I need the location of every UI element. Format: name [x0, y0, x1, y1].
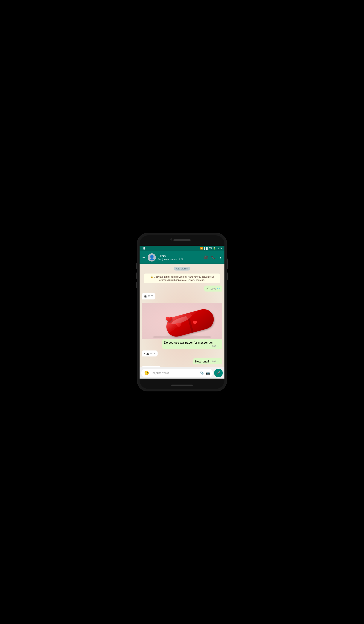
notification-icon: 🖼	[143, 247, 145, 250]
input-placeholder: Введите текст	[151, 371, 198, 374]
back-button[interactable]: ←	[142, 255, 146, 260]
time-display: 19:09	[216, 247, 222, 250]
message-bubble: 5days 19:06	[142, 366, 160, 367]
message-text: Yes	[144, 352, 149, 355]
message-bubble: Hi 19:05 ✓✓	[204, 286, 222, 291]
message-meta: 19:06	[150, 352, 156, 355]
encryption-notice: 🔒 Сообщения и звонки в данном чате тепер…	[144, 274, 220, 284]
contact-name: Grish	[157, 254, 202, 258]
message-bubble: How long? 19:06 ✓✓	[193, 358, 222, 364]
status-bar-left: 🖼	[142, 247, 200, 250]
voice-call-button[interactable]: 📞	[211, 255, 215, 259]
voice-message-button[interactable]: 🎤	[214, 369, 223, 377]
svg-point-4	[152, 335, 212, 338]
avatar-icon: 👤	[149, 255, 155, 260]
battery-level: 8%	[209, 247, 212, 250]
contact-status: был(-а) сегодня в 19:07	[157, 258, 202, 261]
emoji-button[interactable]: 🙂	[144, 371, 149, 375]
read-receipt: ✓✓	[216, 360, 220, 363]
more-options-button[interactable]: ⋮	[218, 255, 222, 260]
phone-home-indicator	[171, 385, 193, 386]
message-row: Hi 19:05 ✓✓	[142, 286, 222, 291]
message-text: Do you use wallpaper for messenger	[164, 341, 213, 344]
speaker	[173, 239, 191, 241]
message-bubble: Do you use wallpaper for messenger 19:05…	[162, 339, 222, 349]
message-time: 19:06	[210, 360, 216, 363]
date-divider: СЕГОДНЯ	[174, 267, 190, 270]
message-bubble: Yes 19:06	[142, 350, 157, 357]
message-row: How long? 19:06 ✓✓	[142, 358, 222, 364]
camera-button[interactable]: 📷	[206, 371, 210, 375]
message-meta: 19:06 ✓✓	[210, 360, 220, 363]
message-time: 19:06	[150, 352, 156, 355]
message-input-container[interactable]: 🙂 Введите текст 📎 📷	[141, 369, 213, 377]
message-row: Hi 19:05	[142, 293, 222, 299]
phone-screen: 🖼 📶 ▐▐▐ 8% 🔋 19:09 ← 👤 Grish был	[140, 235, 224, 389]
app-screen: 🖼 📶 ▐▐▐ 8% 🔋 19:09 ← 👤 Grish был	[140, 246, 224, 379]
message-time: 19:05	[148, 295, 153, 298]
input-bar: 🙂 Введите текст 📎 📷 🎤	[140, 367, 224, 379]
mic-icon: 🎤	[216, 371, 221, 375]
battery-icon: 🔋	[213, 247, 215, 250]
contact-info[interactable]: Grish был(-а) сегодня в 19:07	[157, 254, 202, 261]
phone-frame: 🖼 📶 ▐▐▐ 8% 🔋 19:09 ← 👤 Grish был	[137, 233, 227, 391]
message-time: 19:05	[210, 287, 216, 290]
message-meta: 19:05 ✓✓	[210, 287, 220, 290]
wallpaper-image	[142, 302, 222, 340]
message-text: How long?	[195, 360, 209, 363]
camera	[170, 238, 172, 240]
video-call-button[interactable]: 🎥	[204, 255, 208, 259]
status-bar-right: 📶 ▐▐▐ 8% 🔋 19:09	[200, 247, 222, 250]
wifi-icon: 📶	[200, 247, 203, 250]
chat-messages: СЕГОДНЯ 🔒 Сообщения и звонки в данном ча…	[140, 264, 224, 367]
message-row: 5days 19:06	[142, 366, 222, 367]
chat-header: ← 👤 Grish был(-а) сегодня в 19:07 🎥 📞 ⋮	[140, 251, 224, 264]
message-meta: 19:05 ✓✓	[210, 345, 220, 348]
message-bubble: Hi 19:05	[142, 293, 156, 299]
contact-avatar[interactable]: 👤	[148, 253, 156, 261]
message-text: Hi	[144, 295, 147, 298]
attachment-button[interactable]: 📎	[200, 371, 204, 375]
message-time: 19:05	[210, 345, 216, 348]
message-row: Do you use wallpaper for messenger 19:05…	[142, 339, 222, 349]
message-text: Hi	[207, 287, 209, 290]
header-actions: 🎥 📞 ⋮	[204, 255, 222, 260]
message-meta: 19:05	[148, 295, 153, 298]
message-row: Yes 19:06	[142, 350, 222, 357]
status-bar: 🖼 📶 ▐▐▐ 8% 🔋 19:09	[140, 246, 224, 251]
read-receipt: ✓✓	[216, 287, 220, 290]
signal-bars: ▐▐▐	[204, 247, 208, 250]
read-receipt: ✓✓	[216, 345, 220, 348]
